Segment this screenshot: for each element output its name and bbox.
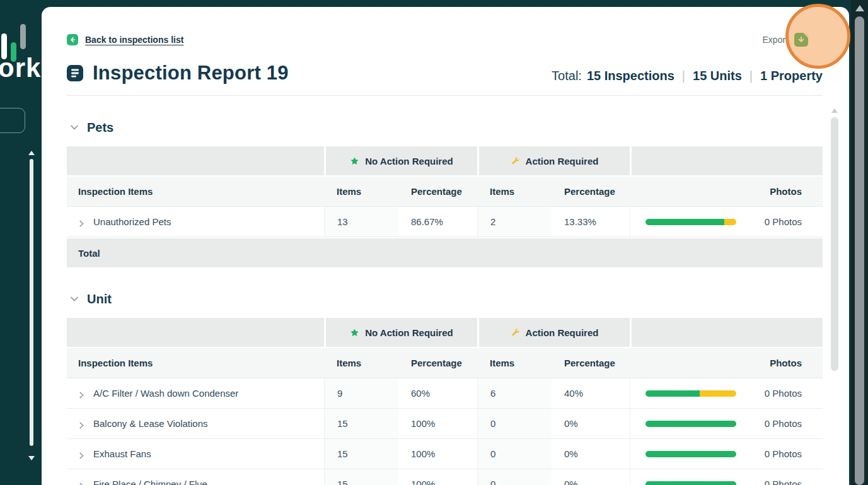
item-name: Fire Place / Chimney / Flue — [93, 479, 207, 485]
chevron-right-icon — [78, 450, 85, 457]
wrench-icon — [511, 328, 520, 337]
totals-label: Total: — [552, 69, 582, 83]
report-section: Unit No Action Required — [67, 290, 823, 485]
section-header[interactable]: Pets — [69, 119, 823, 136]
cell-progress — [630, 469, 744, 485]
progress-bar-green — [645, 421, 736, 427]
group-header-empty — [630, 146, 823, 175]
table-column-header-row: Inspection Items Items Percentage Items … — [67, 348, 823, 378]
cell-inspection-item: Unauthorized Pets — [67, 207, 324, 237]
progress-bar-yellow — [700, 390, 736, 397]
cell-no-action-percentage: 86.67% — [398, 207, 477, 237]
cell-no-action-items: 9 — [324, 378, 398, 408]
col-items: Items — [324, 348, 398, 378]
item-name: Exhaust Fans — [93, 448, 151, 459]
group-header-action: Action Required — [477, 318, 630, 347]
sidebar-scrollbar[interactable] — [30, 159, 33, 446]
cell-progress — [630, 409, 744, 438]
section-title: Pets — [87, 120, 113, 135]
cell-no-action-items: 15 — [324, 469, 398, 485]
cell-progress — [630, 439, 744, 469]
browser-scroll-up-icon[interactable] — [855, 5, 864, 11]
cell-no-action-percentage: 100% — [398, 409, 477, 438]
table-total-row: Total — [67, 237, 823, 267]
chevron-right-icon — [78, 390, 85, 397]
cell-inspection-item: Exhaust Fans — [67, 439, 324, 469]
progress-bar-green — [645, 390, 700, 397]
progress-bar-green — [645, 219, 724, 225]
cell-photos: 0 Photos — [744, 207, 823, 237]
page-title: Inspection Report 19 — [93, 62, 289, 85]
group-action-label: Action Required — [526, 327, 599, 338]
section-title: Unit — [87, 292, 112, 307]
card-scroll-up-icon[interactable] — [831, 108, 838, 113]
progress-bar — [645, 421, 736, 427]
section-header[interactable]: Unit — [69, 290, 823, 308]
table-row[interactable]: Fire Place / Chimney / Flue 15 100% 0 0%… — [67, 469, 823, 485]
item-name: A/C Filter / Wash down Condenser — [93, 388, 238, 399]
group-header-empty — [630, 318, 823, 347]
cell-action-items: 0 — [477, 469, 552, 485]
table-row[interactable]: A/C Filter / Wash down Condenser 9 60% 6… — [67, 378, 823, 409]
table-body: A/C Filter / Wash down Condenser 9 60% 6… — [67, 378, 823, 485]
logo-bar — [20, 24, 26, 49]
totals-inspections: 15 Inspections — [587, 69, 674, 83]
table-body: Unauthorized Pets 13 86.67% 2 13.33% 0 P… — [67, 207, 823, 267]
progress-bar-green — [645, 481, 736, 485]
sidebar-scroll-down-icon[interactable] — [28, 456, 35, 460]
totals-separator: | — [749, 69, 753, 83]
totals-separator: | — [682, 69, 685, 83]
totals-units: 15 Units — [693, 69, 742, 83]
app-logo-text: ork — [0, 53, 41, 83]
progress-bar — [645, 451, 736, 457]
report-section: Pets No Action Required — [67, 119, 823, 267]
top-row: Back to inspections list Export — [67, 33, 823, 47]
cell-action-items: 6 — [477, 378, 552, 408]
table-group-header-row: No Action Required Action Required — [67, 318, 823, 348]
star-icon — [350, 328, 359, 337]
cell-inspection-item: Fire Place / Chimney / Flue — [67, 469, 324, 485]
sidebar-button-partial[interactable] — [0, 108, 25, 133]
card-scrollbar-thumb[interactable] — [831, 117, 838, 371]
progress-bar-yellow — [724, 219, 736, 225]
col-photos: Photos — [744, 348, 823, 378]
progress-bar — [645, 390, 736, 397]
sidebar-scroll-up-icon[interactable] — [28, 151, 35, 155]
group-header-no-action: No Action Required — [324, 318, 477, 347]
table-row[interactable]: Exhaust Fans 15 100% 0 0% 0 Photos — [67, 439, 823, 469]
progress-bar — [645, 219, 736, 225]
table-row[interactable]: Unauthorized Pets 13 86.67% 2 13.33% 0 P… — [67, 207, 823, 237]
col-percentage: Percentage — [552, 348, 630, 378]
group-no-action-label: No Action Required — [365, 327, 453, 338]
cell-no-action-items: 15 — [324, 439, 398, 469]
cell-inspection-item: A/C Filter / Wash down Condenser — [67, 378, 324, 408]
browser-scrollbar-thumb[interactable] — [855, 16, 864, 485]
sidebar: ork — [0, 0, 42, 485]
col-items: Items — [324, 177, 398, 206]
cell-action-percentage: 0% — [552, 409, 630, 438]
table-column-header-row: Inspection Items Items Percentage Items … — [67, 177, 823, 207]
cell-progress — [630, 378, 744, 408]
back-to-inspections-link[interactable]: Back to inspections list — [67, 34, 183, 45]
chevron-right-icon — [78, 218, 85, 225]
title-row: Inspection Report 19 Total: 15 Inspectio… — [67, 62, 823, 85]
inspection-table: No Action Required Action Required — [67, 318, 823, 485]
cell-action-items: 0 — [477, 409, 552, 438]
cell-no-action-items: 15 — [324, 409, 398, 438]
progress-bar — [645, 481, 736, 485]
export-button[interactable]: Export — [763, 33, 808, 47]
chevron-right-icon — [78, 420, 85, 427]
report-icon — [67, 65, 83, 81]
cell-progress — [630, 207, 744, 237]
group-action-label: Action Required — [526, 156, 599, 167]
col-inspection-items: Inspection Items — [67, 348, 324, 378]
table-row[interactable]: Balcony & Lease Violations 15 100% 0 0% … — [67, 409, 823, 439]
group-header-action: Action Required — [477, 146, 630, 175]
totals-summary: Total: 15 Inspections | 15 Units | 1 Pro… — [552, 69, 823, 85]
col-percentage: Percentage — [398, 177, 477, 206]
group-header-empty — [67, 318, 324, 347]
col-inspection-items: Inspection Items — [67, 177, 324, 206]
wrench-icon — [511, 156, 520, 166]
cell-action-items: 2 — [477, 207, 552, 237]
cell-inspection-item: Balcony & Lease Violations — [67, 409, 324, 438]
